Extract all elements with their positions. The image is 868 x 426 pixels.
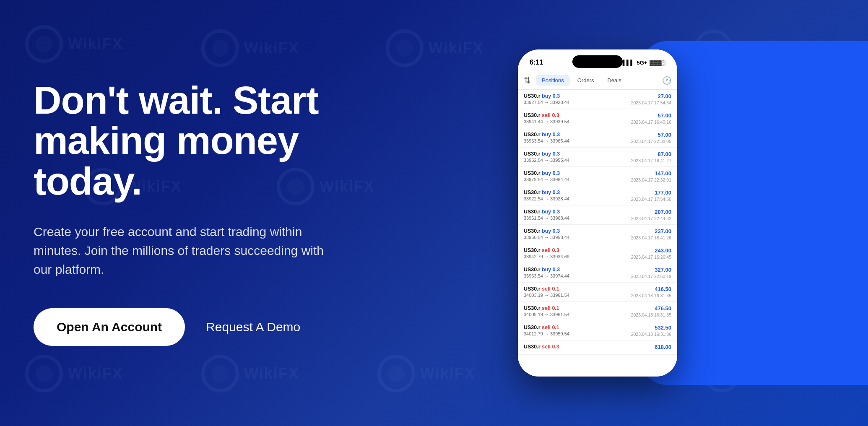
trade-prices: 34012.79 → 33959.54 <box>524 331 631 336</box>
hero-section: WikiFX WikiFX WikiFX WikiFX WikiFX WikiF… <box>0 0 868 426</box>
table-row: US30.r buy 0.3 33927.54 → 33928.44 27.00… <box>518 90 677 109</box>
trade-time: 2023.04.18 16:31:36 <box>631 332 671 337</box>
trade-left: US30.r sell 0.3 33942.79 → 33934.69 <box>524 247 631 259</box>
trade-prices: 33942.79 → 33934.69 <box>524 254 631 259</box>
request-demo-button[interactable]: Request A Demo <box>206 320 300 334</box>
trade-right: 237.00 2023.04.17 16:41:26 <box>631 228 671 240</box>
trade-left: US30.r sell 0.3 <box>524 344 655 351</box>
right-content: 6:11 ▌▌▌ 5G+ ▓▓▓░ ⇅ Positions Orders Dea… <box>377 0 868 426</box>
trade-left: US30.r buy 0.3 33963.54 → 33965.44 <box>524 132 631 143</box>
trade-left: US30.r buy 0.3 33952.54 → 33955.44 <box>524 151 631 163</box>
table-row: US30.r sell 0.1 34003.19 → 33961.54 416.… <box>518 283 677 302</box>
trade-instrument: US30.r buy 0.3 <box>524 228 631 234</box>
trade-instrument: US30.r sell 0.3 <box>524 344 655 350</box>
trade-left: US30.r buy 0.3 33963.54 → 33974.44 <box>524 267 631 278</box>
trade-right: 207.00 2023.04.17 22:44:32 <box>631 209 671 221</box>
filter-icon[interactable]: ⇅ <box>524 75 531 86</box>
trade-right: 532.50 2023.04.18 16:31:36 <box>631 325 671 337</box>
trade-time: 2023.04.17 17:54:50 <box>631 197 671 202</box>
cta-buttons: Open An Account Request A Demo <box>34 308 344 346</box>
trade-instrument: US30.r buy 0.3 <box>524 93 631 99</box>
table-row: US30.r buy 0.3 33963.54 → 33974.44 327.0… <box>518 263 677 283</box>
trade-right: 618.00 <box>655 344 671 351</box>
phone-notch <box>572 55 623 68</box>
trade-right: 416.50 2023.04.18 16:31:35 <box>631 286 671 298</box>
trade-right: 476.50 2023.04.18 16:31:35 <box>631 305 671 317</box>
trade-right: 57.00 2023.04.17 16:40:16 <box>631 112 671 125</box>
trade-profit: 237.00 <box>631 228 671 234</box>
trade-profit: 207.00 <box>631 209 671 215</box>
trade-left: US30.r buy 0.3 33961.54 → 33968.44 <box>524 209 631 221</box>
app-header: ⇅ Positions Orders Deals 🕐 <box>518 71 677 90</box>
clock-icon[interactable]: 🕐 <box>662 76 671 85</box>
trade-time: 2023.04.17 22:38:05 <box>631 139 671 144</box>
table-row: US30.r sell 0.3 33942.79 → 33934.69 243.… <box>518 244 677 263</box>
trade-right: 147.00 2023.04.17 22:32:01 <box>631 170 671 182</box>
table-row: US30.r buy 0.3 33961.54 → 33968.44 207.0… <box>518 205 677 225</box>
trade-prices: 33952.54 → 33955.44 <box>524 158 631 163</box>
table-row: US30.r buy 0.3 33950.54 → 33958.44 237.0… <box>518 225 677 244</box>
trade-right: 177.00 2023.04.17 17:54:50 <box>631 190 671 202</box>
trade-instrument: US30.r buy 0.3 <box>524 267 631 273</box>
trade-left: US30.r buy 0.3 33950.54 → 33958.44 <box>524 228 631 240</box>
trade-right: 243.00 2023.04.17 16:26:45 <box>631 247 671 260</box>
trade-instrument: US30.r sell 0.3 <box>524 112 631 118</box>
trade-time: 2023.04.17 22:50:19 <box>631 274 671 279</box>
trade-time: 2023.04.17 16:40:16 <box>631 119 671 125</box>
trade-profit: 416.50 <box>631 286 671 292</box>
trade-list: US30.r buy 0.3 33927.54 → 33928.44 27.00… <box>518 90 677 377</box>
tab-deals[interactable]: Deals <box>601 75 627 86</box>
trade-right: 27.00 2023.04.17 17:54:54 <box>631 93 671 105</box>
trade-instrument: US30.r sell 0.1 <box>524 305 631 311</box>
table-row: US30.r buy 0.3 33979.54 → 33984.44 147.0… <box>518 167 677 186</box>
table-row: US30.r sell 0.3 618.00 <box>518 340 677 355</box>
trade-time: 2023.04.17 16:41:27 <box>631 158 671 163</box>
table-row: US30.r buy 0.3 33963.54 → 33965.44 57.00… <box>518 128 677 148</box>
trade-profit: 147.00 <box>631 170 671 177</box>
tab-buttons: Positions Orders Deals <box>536 75 662 86</box>
trade-time: 2023.04.18 16:31:35 <box>631 312 671 317</box>
trade-time: 2023.04.17 16:26:45 <box>631 255 671 260</box>
trade-instrument: US30.r sell 0.1 <box>524 286 631 292</box>
trade-left: US30.r sell 0.3 33941.44 → 33939.54 <box>524 112 631 124</box>
trade-prices: 33963.54 → 33965.44 <box>524 138 631 143</box>
trade-time: 2023.04.17 22:32:01 <box>631 177 671 182</box>
trade-profit: 532.50 <box>631 325 671 331</box>
left-content: Don't wait. Start making money today. Cr… <box>0 47 377 380</box>
trade-profit: 57.00 <box>631 112 671 119</box>
trade-right: 327.00 2023.04.17 22:50:19 <box>631 267 671 279</box>
trade-time: 2023.04.17 22:44:32 <box>631 216 671 221</box>
trade-time: 2023.04.17 16:41:26 <box>631 235 671 240</box>
trade-prices: 33922.54 → 33928.44 <box>524 196 631 201</box>
trade-right: 87.00 2023.04.17 16:41:27 <box>631 151 671 163</box>
network-type: 5G+ <box>637 60 647 66</box>
trade-profit: 57.00 <box>631 132 671 138</box>
trade-prices: 33979.54 → 33984.44 <box>524 177 631 182</box>
trade-profit: 87.00 <box>631 151 671 157</box>
trade-prices: 34003.19 → 33961.54 <box>524 293 631 298</box>
tab-orders[interactable]: Orders <box>572 75 600 86</box>
trade-prices: 34009.19 → 33961.54 <box>524 312 631 317</box>
trade-instrument: US30.r sell 0.1 <box>524 325 631 330</box>
status-time: 6:11 <box>530 59 543 66</box>
trade-profit: 327.00 <box>631 267 671 273</box>
status-icons: ▌▌▌ 5G+ ▓▓▓░ <box>623 60 665 66</box>
phone-mockup: 6:11 ▌▌▌ 5G+ ▓▓▓░ ⇅ Positions Orders Dea… <box>518 49 677 377</box>
trade-prices: 33941.44 → 33939.54 <box>524 119 631 124</box>
trade-prices: 33950.54 → 33958.44 <box>524 235 631 240</box>
trade-instrument: US30.r sell 0.3 <box>524 247 631 253</box>
trade-left: US30.r sell 0.1 34009.19 → 33961.54 <box>524 305 631 317</box>
trade-profit: 177.00 <box>631 190 671 196</box>
table-row: US30.r sell 0.1 34009.19 → 33961.54 476.… <box>518 302 677 321</box>
signal-bars-icon: ▌▌▌ <box>623 60 634 66</box>
trade-profit: 27.00 <box>631 93 671 99</box>
trade-left: US30.r buy 0.3 33922.54 → 33928.44 <box>524 190 631 201</box>
trade-instrument: US30.r buy 0.3 <box>524 151 631 157</box>
phone-screen: 6:11 ▌▌▌ 5G+ ▓▓▓░ ⇅ Positions Orders Dea… <box>518 49 677 377</box>
open-account-button[interactable]: Open An Account <box>34 308 185 346</box>
trade-instrument: US30.r buy 0.3 <box>524 132 631 138</box>
battery-icon: ▓▓▓░ <box>650 60 665 66</box>
table-row: US30.r sell 0.3 33941.44 → 33939.54 57.0… <box>518 109 677 128</box>
tab-positions[interactable]: Positions <box>536 75 570 86</box>
trade-left: US30.r sell 0.1 34012.79 → 33959.54 <box>524 325 631 336</box>
